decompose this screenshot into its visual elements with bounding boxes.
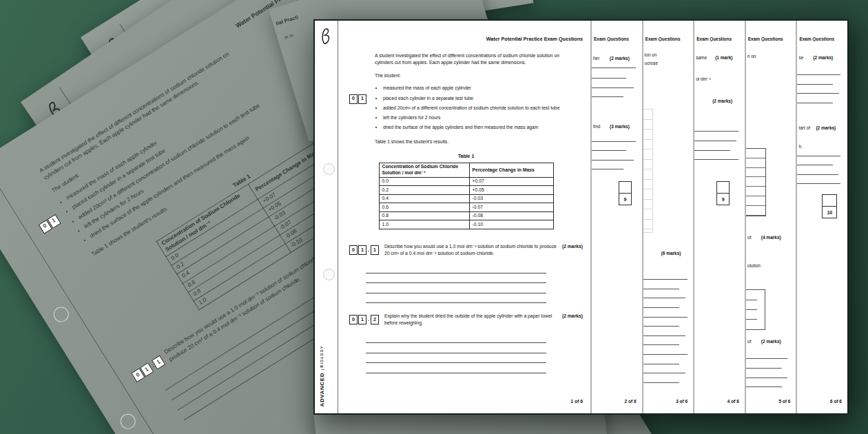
question-1-1: 01.1 Describe how you would use a 1.0 mo… — [349, 243, 583, 257]
answer-line — [797, 174, 838, 175]
page-header: Exam Questions — [594, 37, 629, 41]
question-text: Explain why the student dried the outsid… — [384, 313, 557, 327]
answer-line — [694, 131, 738, 132]
answer-line — [694, 141, 736, 141]
question-1: 01 A student investigated the effect of … — [349, 52, 583, 146]
answer-line — [643, 289, 679, 289]
title-fragment: tial Practi — [275, 14, 299, 26]
question-intro: A student investigated the effect of dif… — [375, 52, 565, 66]
bullet-item: left the cylinders for 2 hours — [383, 114, 565, 121]
column-header: Percentage Change in Mass — [469, 163, 553, 177]
bullet-item: added 20cm³ of a different concentration… — [383, 105, 565, 112]
answer-line — [643, 364, 679, 364]
student-lead: The student: — [375, 72, 565, 79]
table-row: 0.4-0.03 — [379, 194, 553, 203]
marks-label: (2 marks) — [562, 243, 583, 257]
bullet-item: measured the mass of each apple cylinder — [383, 85, 565, 92]
marks-label: (2 marks) — [813, 55, 833, 60]
answer-line — [746, 378, 787, 378]
question-1-2: 01.2 Explain why the student dried the o… — [349, 313, 583, 327]
desk-background: Water Potential Practice Exam Questions … — [0, 0, 868, 434]
marks-label: (4 marks) — [761, 235, 781, 240]
answer-line — [592, 68, 636, 68]
beyond-logo-icon — [320, 28, 333, 45]
page-number: 4 of 6 — [727, 399, 739, 404]
partial-box — [746, 289, 765, 330]
text-fragment: of — [747, 235, 751, 240]
answer-line — [643, 335, 685, 336]
answer-line — [643, 307, 679, 308]
page-number: 5 of 6 — [778, 399, 790, 404]
text-fragment: h. — [798, 144, 802, 149]
total-marks-box: 10 — [822, 194, 837, 218]
answer-line — [797, 103, 833, 103]
page-4: Exam Questions same (1 mark) ol dm⁻³ (2 … — [693, 21, 745, 413]
answer-line — [797, 74, 840, 75]
page-header: Exam Questions — [696, 37, 732, 41]
marks-label: (2 marks) — [761, 339, 781, 344]
answer-lines — [366, 263, 546, 303]
hole-punch — [323, 269, 335, 280]
answer-line — [797, 183, 840, 184]
faint-table-grid — [643, 109, 653, 233]
answer-line — [797, 156, 840, 156]
marks-label: (3 marks) — [610, 124, 630, 129]
answer-line — [797, 93, 839, 94]
page-body: Water Potential Practice Exam Questions … — [338, 21, 595, 413]
worksheet-preview-pages: ADVANCED|BIOLOGY Water Potential Practic… — [313, 19, 849, 415]
table-caption: Table 1 — [349, 153, 583, 161]
text-fragment: her — [593, 56, 599, 61]
text-fragment: find — [593, 124, 600, 129]
answer-line — [366, 283, 546, 293]
partial-table-grid — [746, 148, 766, 216]
marks-label: (2 marks) — [610, 56, 630, 61]
total-marks-box: 9 — [619, 181, 632, 205]
answer-line — [643, 382, 679, 383]
table-lead: Table 1 shows the student's results. — [375, 138, 565, 145]
page-header: Exam Questions — [748, 37, 783, 41]
answer-line — [694, 150, 730, 151]
table-row: 0.2+0.05 — [379, 186, 553, 194]
page-header: Exam Questions — [645, 37, 681, 41]
marks-box-total: 10 — [823, 207, 836, 218]
table-row: 0.8-0.08 — [379, 211, 553, 220]
answer-line — [746, 368, 782, 369]
answer-line — [366, 363, 546, 373]
page-number: 3 of 6 — [676, 399, 688, 404]
answer-line — [643, 317, 688, 318]
answer-line — [592, 78, 626, 79]
table-row: 0.0+0.07 — [379, 177, 553, 185]
text-fragment: same — [696, 55, 707, 60]
brand-vertical-text: ADVANCED|BIOLOGY — [319, 345, 325, 407]
answer-line — [694, 159, 738, 160]
column-header: Concentration of Sodium Chloride Solutio… — [379, 163, 469, 177]
answer-line — [592, 160, 634, 161]
text-fragment: olution — [747, 263, 761, 268]
answer-line — [366, 333, 546, 344]
answer-line — [366, 343, 546, 353]
answer-line — [592, 141, 636, 142]
marks-box-total: 9 — [717, 194, 729, 205]
answer-line — [643, 344, 679, 345]
page-header: Exam Questions — [799, 37, 834, 41]
answer-line — [592, 150, 626, 151]
table-row: 0.6-0.07 — [379, 203, 553, 211]
page-number: 2 of 6 — [625, 399, 637, 404]
answer-line — [592, 96, 623, 97]
question-number: 01 — [349, 52, 366, 146]
marks-box-empty-cell — [619, 182, 631, 194]
text-fragment: se — [798, 55, 803, 60]
text-fragment: of — [747, 339, 751, 344]
question-number: 01.1 — [349, 243, 379, 257]
answer-lines — [366, 333, 546, 373]
answer-line — [366, 353, 546, 364]
marks-label: (2 marks) — [562, 313, 583, 327]
marks-box-total: 9 — [619, 194, 631, 205]
hole-punch — [323, 163, 335, 175]
page-2: Exam Questions her (2 marks) find (3 mar… — [590, 21, 642, 413]
document-title: Water Potential Practice Exam Questions — [349, 36, 583, 43]
page-number: 1 of 6 — [570, 398, 583, 405]
answer-line — [797, 165, 833, 165]
answer-line — [366, 273, 546, 284]
answer-line — [592, 87, 634, 88]
